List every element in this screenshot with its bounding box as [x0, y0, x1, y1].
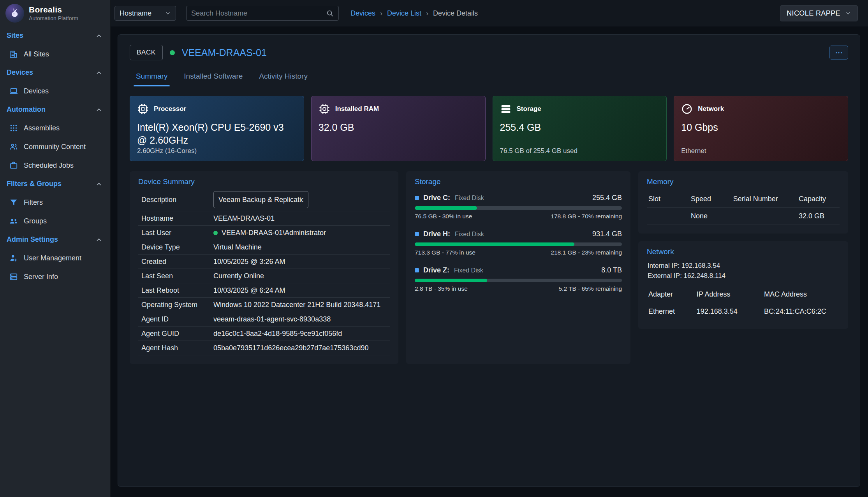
sidebar-section-automation[interactable]: Automation: [0, 100, 110, 119]
description-input[interactable]: [213, 191, 308, 208]
sidebar-section-filters-groups[interactable]: Filters & Groups: [0, 175, 110, 193]
breadcrumb-devices[interactable]: Devices: [350, 9, 375, 18]
storage-panel: Storage Drive C:Fixed Disk255.4 GB76.5 G…: [406, 171, 630, 364]
metric-card-installed-ram: Installed RAM32.0 GB: [311, 96, 486, 161]
tab-bar: SummaryInstalled SoftwareActivity Histor…: [130, 67, 848, 86]
card-title: Installed RAM: [335, 105, 379, 113]
sidebar-section-sites[interactable]: Sites: [0, 26, 110, 45]
summary-value: Virtual Machine: [213, 243, 262, 251]
summary-value-text: 05ba0e7935171d626ecea29b27d7ae175363cd90: [213, 344, 368, 352]
summary-value-text: veeam-draas-01-agent-svc-8930a338: [213, 315, 331, 323]
drive-header: Drive Z:Fixed Disk8.0 TB: [415, 266, 622, 274]
card-header: Network: [681, 103, 841, 115]
online-status-dot: [213, 231, 218, 235]
laptop-icon: [9, 87, 18, 95]
summary-value: VEEAM-DRAAS-01: [213, 214, 275, 223]
drive-stats: 2.8 TB - 35% in use5.2 TB - 65% remainin…: [415, 285, 622, 292]
summary-label: Agent GUID: [141, 330, 213, 338]
page-title: VEEAM-DRAAS-01: [182, 47, 267, 58]
summary-label: Operating System: [141, 301, 213, 309]
summary-label: Last Seen: [141, 272, 213, 280]
network-header-row: AdapterIP AddressMAC Address: [647, 286, 840, 303]
right-column: Memory SlotSpeedSerial NumberCapacityNon…: [638, 171, 848, 329]
card-footer: 76.5 GB of 255.4 GB used: [500, 147, 577, 155]
sidebar-section-label: Automation: [7, 105, 46, 114]
tab-installed-software[interactable]: Installed Software: [178, 67, 249, 86]
metric-card-network: Network10 GbpsEthernet: [674, 96, 848, 161]
drive-list: Drive C:Fixed Disk255.4 GB76.5 GB - 30% …: [415, 194, 622, 292]
user-menu-button[interactable]: NICOLE RAPPE: [780, 5, 858, 21]
search-input[interactable]: [191, 9, 323, 18]
summary-label: Created: [141, 258, 213, 266]
sidebar-item-all-sites[interactable]: All Sites: [0, 45, 110, 63]
content: BACK VEEAM-DRAAS-01 SummaryInstalled Sof…: [111, 26, 868, 497]
summary-value: Currently Online: [213, 272, 264, 280]
brand-text: Borealis Automation Platform: [29, 5, 78, 21]
breadcrumb-device-details: Device Details: [433, 9, 478, 18]
brand-name: Borealis: [29, 5, 78, 14]
details-grid: Device Summary DescriptionHostnameVEEAM-…: [130, 171, 848, 364]
borealis-logo: [5, 4, 24, 23]
building-icon: [9, 50, 18, 58]
summary-label: Agent Hash: [141, 344, 213, 352]
filter-dropdown-value: Hostname: [120, 9, 151, 18]
tab-activity-history[interactable]: Activity History: [253, 67, 314, 86]
summary-value-text: Currently Online: [213, 272, 264, 280]
summary-value: 10/05/2025 @ 3:26 AM: [213, 257, 285, 266]
sidebar-section-devices[interactable]: Devices: [0, 63, 110, 82]
breadcrumb-device-list[interactable]: Device List: [387, 9, 421, 18]
drive-used-text: 2.8 TB - 35% in use: [415, 285, 468, 292]
memory-col-slot: Slot: [647, 191, 689, 208]
sidebar-item-devices[interactable]: Devices: [0, 82, 110, 100]
network-adapter-table: AdapterIP AddressMAC AddressEthernet192.…: [647, 286, 840, 320]
sidebar-section-label: Devices: [7, 68, 33, 77]
sidebar-item-assemblies[interactable]: Assemblies: [0, 119, 110, 137]
metric-card-storage: Storage255.4 GB76.5 GB of 255.4 GB used: [493, 96, 667, 161]
summary-row-device-type: Device TypeVirtual Machine: [138, 240, 390, 255]
network-panel: Network Internal IP: 192.168.3.54 Extern…: [638, 241, 848, 329]
drive-usage-fill: [415, 279, 487, 282]
more-actions-button[interactable]: [829, 46, 848, 60]
summary-value-text: 10/05/2025 @ 3:26 AM: [213, 258, 285, 266]
drive-drive-c: Drive C:Fixed Disk255.4 GB76.5 GB - 30% …: [415, 194, 622, 220]
sidebar-item-label: Community Content: [24, 143, 86, 151]
metric-cards: ProcessorIntel(R) Xeon(R) CPU E5-2690 v3…: [130, 96, 848, 161]
chevron-up-icon: [95, 32, 102, 39]
network-cell: BC:24:11:CA:C6:2C: [762, 303, 840, 320]
sidebar-item-label: Assemblies: [24, 124, 60, 132]
sidebar-item-server-info[interactable]: Server Info: [0, 267, 110, 286]
card-title: Storage: [517, 105, 541, 113]
card-value: Intel(R) Xeon(R) CPU E5-2690 v3 @ 2.60GH…: [137, 121, 284, 146]
sidebar-section-label: Sites: [7, 32, 23, 40]
drive-usage-fill: [415, 242, 574, 246]
disk-icon: [415, 268, 419, 272]
summary-label: Agent ID: [141, 315, 213, 323]
summary-row-hostname: HostnameVEEAM-DRAAS-01: [138, 211, 390, 226]
drive-header: Drive H:Fixed Disk931.4 GB: [415, 230, 622, 238]
tab-summary[interactable]: Summary: [130, 67, 174, 86]
chevron-down-icon: [845, 10, 851, 16]
user-gear-icon: [9, 254, 18, 262]
back-button[interactable]: BACK: [130, 45, 163, 60]
summary-value-text: Virtual Machine: [213, 243, 262, 251]
drive-drive-z: Drive Z:Fixed Disk8.0 TB2.8 TB - 35% in …: [415, 266, 622, 292]
sidebar-item-filters[interactable]: Filters: [0, 193, 110, 212]
card-value: 10 Gbps: [681, 121, 828, 134]
ellipsis-icon: [835, 47, 843, 56]
drive-name: Drive Z:: [423, 266, 449, 274]
memory-cell: 32.0 GB: [797, 208, 840, 225]
drive-type: Fixed Disk: [455, 195, 484, 202]
sidebar-section-label: Admin Settings: [7, 235, 58, 244]
network-col-ip-address: IP Address: [695, 286, 762, 303]
summary-row-last-reboot: Last Reboot10/03/2025 @ 6:24 AM: [138, 283, 390, 298]
device-summary-rows: DescriptionHostnameVEEAM-DRAAS-01Last Us…: [138, 188, 390, 355]
sidebar-item-groups[interactable]: Groups: [0, 212, 110, 230]
sidebar-item-user-management[interactable]: User Management: [0, 249, 110, 267]
sidebar-item-community-content[interactable]: Community Content: [0, 137, 110, 156]
memory-header-row: SlotSpeedSerial NumberCapacity: [647, 191, 840, 208]
sidebar-item-scheduled-jobs[interactable]: Scheduled Jobs: [0, 156, 110, 175]
sidebar-section-admin-settings[interactable]: Admin Settings: [0, 230, 110, 249]
external-ip: External IP: 162.248.8.114: [648, 271, 839, 281]
hostname-filter-dropdown[interactable]: Hostname: [114, 6, 176, 21]
device-summary-panel: Device Summary DescriptionHostnameVEEAM-…: [130, 171, 398, 364]
